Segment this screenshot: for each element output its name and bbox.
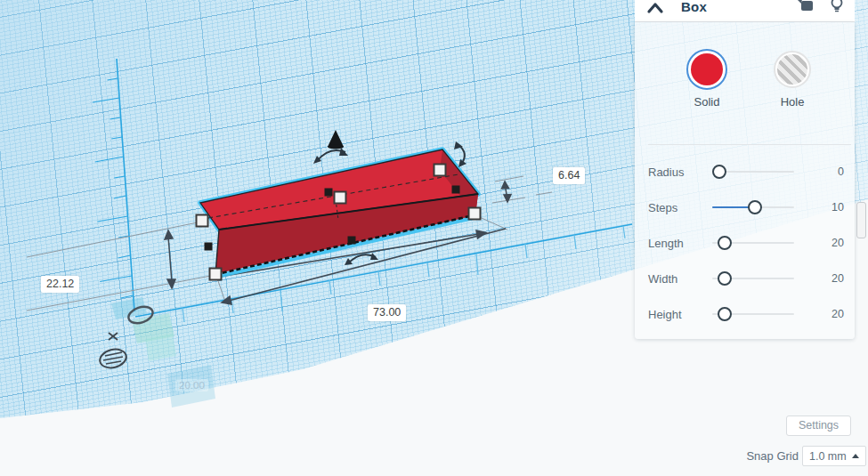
- snap-grid-label: Snap Grid: [737, 449, 799, 463]
- height-slider-knob[interactable]: [718, 307, 732, 321]
- snap-grid-dropdown[interactable]: 1.0 mm: [802, 446, 866, 466]
- slider-label: Length: [648, 237, 710, 250]
- dim-label-length: 73.00: [368, 304, 406, 321]
- slider-label: Steps: [648, 201, 710, 214]
- tinkercad-editor: 22.12 73.00 6.64 20.00 Box: [0, 0, 868, 476]
- shape-inspector-panel: Box Solid Hole Radius: [635, 0, 855, 339]
- slider-label: Radius: [648, 165, 710, 179]
- caret-up-icon: [852, 454, 859, 458]
- panel-divider: [648, 144, 851, 145]
- height-slider[interactable]: [712, 313, 794, 315]
- collapse-chevron-up-icon[interactable]: [646, 2, 664, 14]
- inspector-header: Box: [635, 0, 855, 22]
- slider-row-width: Width 20: [635, 261, 855, 296]
- slider-row-steps: Steps 10: [635, 190, 855, 225]
- inspector-body: Solid Hole Radius 0 Steps 10: [635, 22, 855, 339]
- solid-swatch-color: [691, 53, 723, 85]
- paint-icon[interactable]: [798, 0, 815, 12]
- length-slider[interactable]: [712, 242, 794, 244]
- snap-grid-value: 1.0 mm: [809, 450, 847, 463]
- width-slider-knob[interactable]: [718, 271, 732, 286]
- radius-slider[interactable]: [712, 171, 794, 173]
- slider-value: 20: [803, 272, 844, 285]
- slider-row-length: Length 20: [635, 225, 855, 261]
- solid-swatch-label: Solid: [686, 95, 727, 109]
- scrollbar-thumb[interactable]: [856, 202, 866, 238]
- steps-slider[interactable]: [712, 206, 794, 208]
- slider-value: 0: [803, 165, 844, 178]
- slider-value: 10: [803, 201, 844, 214]
- inspector-title: Box: [681, 0, 707, 14]
- slider-label: Height: [648, 308, 710, 321]
- slider-label: Width: [648, 272, 710, 286]
- hole-swatch-label: Hole: [772, 95, 813, 109]
- solid-swatch[interactable]: [686, 49, 727, 90]
- lightbulb-icon[interactable]: [830, 0, 844, 12]
- slider-row-radius: Radius 0: [635, 154, 855, 190]
- dim-label-width: 22.12: [41, 276, 79, 293]
- shape-parameter-sliders: Radius 0 Steps 10 Length: [635, 154, 855, 332]
- hole-swatch-pattern: [777, 54, 807, 85]
- steps-slider-knob[interactable]: [748, 200, 762, 214]
- radius-slider-knob[interactable]: [712, 165, 726, 179]
- hole-swatch[interactable]: [774, 51, 811, 88]
- slider-value: 20: [803, 308, 844, 320]
- settings-button[interactable]: Settings: [786, 415, 851, 436]
- length-slider-knob[interactable]: [718, 236, 732, 250]
- width-slider[interactable]: [712, 278, 794, 279]
- slider-row-height: Height 20: [635, 296, 855, 332]
- dim-label-ghost: 20.00: [175, 379, 208, 391]
- slider-value: 20: [803, 237, 844, 249]
- dim-label-height: 6.64: [553, 167, 585, 184]
